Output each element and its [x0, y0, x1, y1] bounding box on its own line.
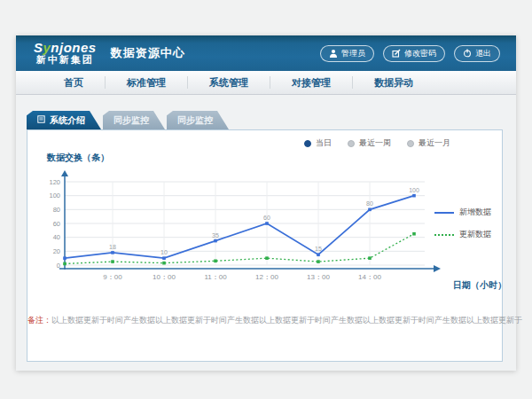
svg-text:20: 20 [53, 247, 60, 255]
svg-text:18: 18 [109, 244, 116, 250]
footnote: 备注：以上数据更新于时间产生数据以上数据更新于时间产生数据以上数据更新于时间产生… [27, 315, 502, 326]
svg-text:15: 15 [315, 246, 322, 252]
x-axis-label: 日期（小时） [453, 279, 506, 292]
footnote-text: 以上数据更新于时间产生数据以上数据更新于时间产生数据以上数据更新于时间产生数据以… [51, 316, 522, 325]
line-chart: 0204060801001209：0010：0011：0012：0013：001… [35, 169, 444, 286]
chart-panel: 当日 最近一周 最近一月 数据交换（条） 0204060801001209：00… [27, 129, 503, 362]
user-button[interactable]: 管理员 [320, 45, 374, 62]
svg-text:11：00: 11：00 [204, 273, 227, 281]
filter-last-month[interactable]: 最近一月 [407, 137, 450, 149]
nav-item-interface-mgmt[interactable]: 对接管理 [270, 76, 353, 89]
change-password-button[interactable]: 修改密码 [383, 45, 445, 62]
logo-wordmark: Synjones [34, 41, 97, 55]
power-icon [463, 49, 472, 58]
tab-bar: 系统介绍 同步监控 同步监控 [27, 111, 231, 129]
legend-item-updated-data: 更新数据 [434, 229, 491, 240]
svg-text:10: 10 [160, 249, 168, 255]
logout-button[interactable]: 退出 [454, 45, 500, 62]
header-actions: 管理员 修改密码 退出 [320, 45, 500, 62]
svg-text:35: 35 [212, 232, 219, 239]
filter-last-week[interactable]: 最近一周 [348, 137, 391, 149]
y-axis-label: 数据交换（条） [47, 152, 109, 164]
dotted-line-swatch [434, 234, 454, 236]
main-nav: 首页 标准管理 系统管理 对接管理 数据异动 [16, 71, 516, 95]
nav-item-data-change[interactable]: 数据异动 [353, 76, 434, 89]
svg-text:120: 120 [49, 178, 60, 186]
svg-text:13：00: 13：00 [307, 273, 330, 281]
svg-text:9：00: 9：00 [103, 273, 122, 281]
nav-item-home[interactable]: 首页 [43, 76, 106, 89]
app-window: Synjones 新中新集团 数据资源中心 管理员 修改密码 退出 首页 标准管… [16, 35, 516, 371]
svg-text:0: 0 [57, 262, 60, 270]
header: Synjones 新中新集团 数据资源中心 管理员 修改密码 退出 [16, 35, 516, 71]
footnote-label: 备注： [27, 316, 51, 325]
logo-subtitle: 新中新集团 [36, 55, 94, 66]
radio-icon [348, 140, 355, 147]
svg-text:12：00: 12：00 [255, 273, 278, 281]
tab-sync-monitor-2[interactable]: 同步监控 [167, 111, 229, 129]
radio-icon [304, 140, 311, 147]
nav-item-standard-mgmt[interactable]: 标准管理 [106, 76, 188, 89]
svg-text:100: 100 [409, 187, 419, 193]
form-icon [37, 115, 45, 125]
svg-text:100: 100 [49, 192, 60, 200]
svg-text:14：00: 14：00 [358, 273, 381, 281]
solid-line-swatch [434, 212, 454, 214]
svg-text:80: 80 [366, 200, 373, 207]
svg-text:40: 40 [53, 233, 60, 241]
content-area: 系统介绍 同步监控 同步监控 当日 最近一周 最近一月 数据交换（条） 0204… [16, 95, 516, 371]
tab-system-intro[interactable]: 系统介绍 [27, 111, 101, 129]
logo: Synjones 新中新集团 [34, 41, 97, 65]
svg-text:10：00: 10：00 [153, 273, 176, 281]
user-icon [329, 49, 338, 58]
svg-text:80: 80 [53, 206, 60, 214]
svg-text:60: 60 [53, 220, 60, 228]
chart-legend: 新增数据 更新数据 [434, 207, 491, 240]
legend-item-new-data: 新增数据 [434, 207, 491, 218]
edit-icon [392, 49, 401, 58]
time-range-filters: 当日 最近一周 最近一月 [304, 137, 450, 149]
svg-text:60: 60 [263, 215, 270, 221]
filter-today[interactable]: 当日 [304, 137, 332, 149]
page-title: 数据资源中心 [111, 45, 185, 61]
tab-sync-monitor-1[interactable]: 同步监控 [103, 111, 165, 129]
radio-icon [407, 140, 414, 147]
nav-item-system-mgmt[interactable]: 系统管理 [188, 76, 270, 89]
